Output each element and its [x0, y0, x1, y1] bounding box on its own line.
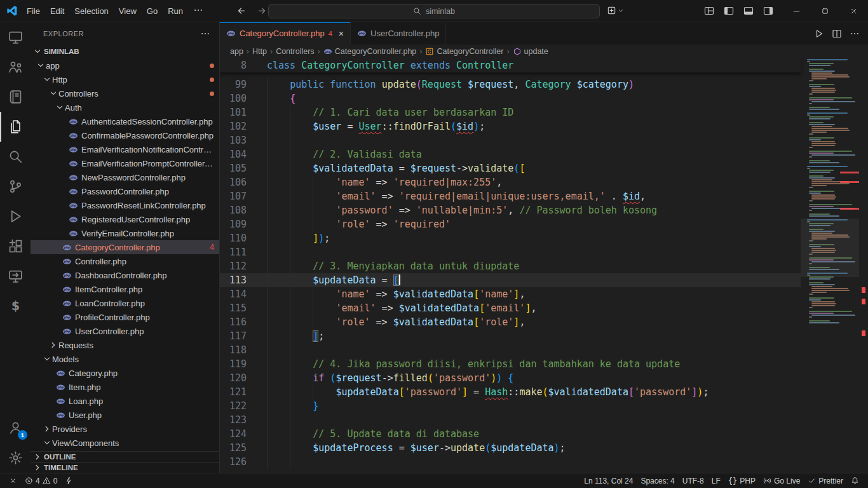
toggle-secondary-sidebar-icon[interactable]	[759, 3, 777, 19]
status-prettier[interactable]: Prettier	[804, 474, 847, 488]
menu-run[interactable]: Run	[163, 4, 188, 18]
code-line-124[interactable]: 124 // 5. Update data di database	[220, 427, 801, 441]
tree-item-passwordcontroller-php[interactable]: phpPasswordController.php	[31, 184, 219, 198]
back-icon[interactable]	[236, 6, 247, 16]
tree-item-view-components[interactable]: View\Components	[31, 436, 219, 450]
tree-item-registeredusercontroller-php[interactable]: phpRegisteredUserController.php	[31, 212, 219, 226]
code-line-101[interactable]: 101 // 1. Cari data user berdasarkan ID	[220, 105, 801, 119]
minimap[interactable]	[801, 58, 859, 473]
status-language-mode[interactable]: {}PHP	[724, 474, 759, 488]
status-remote-indicator[interactable]	[5, 474, 21, 488]
tree-item-http[interactable]: Http	[31, 72, 219, 86]
code-line-108[interactable]: 108 'password' => 'nullable|min:5', // P…	[220, 203, 801, 217]
code-line-126[interactable]: 126	[220, 455, 801, 469]
tree-item-confirmablepasswordcontroller-php[interactable]: phpConfirmablePasswordController.php	[31, 128, 219, 142]
activity-explorer-icon[interactable]	[0, 112, 31, 142]
tab-categorycontroller-php[interactable]: phpCategoryController.php4×	[220, 22, 351, 44]
panel-outline[interactable]: OUTLINE	[31, 451, 219, 462]
activity-extensions-icon[interactable]	[0, 231, 31, 261]
new-window-control[interactable]	[607, 6, 625, 15]
status-problems[interactable]: 40	[21, 474, 61, 488]
code-line-107[interactable]: 107 'email' => 'required|email|unique:us…	[220, 189, 801, 203]
split-editor-icon[interactable]	[829, 25, 845, 42]
code-line-120[interactable]: 120 if ($request->filled('password')) {	[220, 371, 801, 385]
status-encoding[interactable]: UTF-8	[679, 474, 708, 488]
activity-remote-window-icon[interactable]	[0, 22, 31, 52]
workspace-section-header[interactable]: SIMINLAB	[31, 44, 219, 58]
status-notifications-bell[interactable]	[847, 474, 863, 488]
sticky-line[interactable]: 8class CategoryController extends Contro…	[220, 58, 513, 72]
activity-accounts-organization-icon[interactable]	[0, 52, 31, 82]
tree-item-passwordresetlinkcontroller-php[interactable]: phpPasswordResetLinkController.php	[31, 198, 219, 212]
activity-settings-gear-icon[interactable]	[0, 443, 31, 473]
breadcrumb-categorycontroller[interactable]: CategoryController	[425, 47, 503, 56]
code-line-113[interactable]: 113 $updateData = [	[220, 273, 801, 287]
tree-item-usercontroller-php[interactable]: phpUserController.php	[31, 324, 219, 338]
code-line-114[interactable]: 114 'name' => $validatedData['name'],	[220, 287, 801, 301]
customize-layout-icon[interactable]	[700, 3, 718, 19]
run-file-icon[interactable]	[811, 25, 827, 42]
status-eol-selector[interactable]: LF	[708, 474, 724, 488]
code-line-109[interactable]: 109 'role' => 'required'	[220, 217, 801, 231]
tab-usercontroller-php[interactable]: phpUserController.php	[351, 22, 446, 44]
menu-edit[interactable]: Edit	[45, 4, 69, 18]
code-line-115[interactable]: 115 'email' => $validatedData['email'],	[220, 301, 801, 315]
status-debug-listener[interactable]	[61, 474, 77, 488]
code-line-100[interactable]: 100 {	[220, 92, 801, 105]
breadcrumb-http[interactable]: Http	[252, 47, 267, 56]
tree-item-item-php[interactable]: phpItem.php	[31, 380, 219, 394]
breadcrumb-app[interactable]: app	[230, 47, 243, 56]
activity-run-debug-icon[interactable]	[0, 201, 31, 231]
status-go-live[interactable]: Go Live	[759, 474, 804, 488]
forward-icon[interactable]	[257, 6, 267, 16]
menu-view[interactable]: View	[114, 4, 142, 18]
activity-search-icon[interactable]	[0, 142, 31, 172]
new-window-icon[interactable]	[607, 6, 616, 15]
code-line-99[interactable]: 99 public function update(Request $reque…	[220, 78, 801, 92]
activity-remote-explorer-icon[interactable]	[0, 261, 31, 291]
tree-item-app[interactable]: app	[31, 58, 219, 72]
menu-selection[interactable]: Selection	[69, 4, 113, 18]
panel-timeline[interactable]: TIMELINE	[31, 462, 219, 473]
breadcrumb-update[interactable]: update	[513, 47, 548, 56]
maximize-icon[interactable]	[811, 0, 839, 22]
code-line-123[interactable]: 123	[220, 413, 801, 427]
sticky-scroll-header[interactable]: 8class CategoryController extends Contro…	[220, 58, 801, 72]
code-line-104[interactable]: 104 // 2. Validasi data	[220, 147, 801, 161]
close-icon[interactable]: ×	[339, 29, 344, 38]
tree-item-authenticatedsessioncontroller-php[interactable]: phpAuthenticatedSessionController.php	[31, 114, 219, 128]
activity-dollar-extension-icon[interactable]: $	[0, 291, 31, 321]
tree-item-emailverificationpromptcontroller-php[interactable]: phpEmailVerificationPromptController.php	[31, 156, 219, 170]
tree-item-itemcontroller-php[interactable]: phpItemController.php	[31, 282, 219, 296]
code-line-106[interactable]: 106 'name' => 'required|max:255',	[220, 175, 801, 189]
code-line-119[interactable]: 119 // 4. Jika password diisi, enkripsi …	[220, 357, 801, 371]
overview-ruler[interactable]	[859, 58, 868, 473]
tree-item-newpasswordcontroller-php[interactable]: phpNewPasswordController.php	[31, 170, 219, 184]
code-line-103[interactable]: 103	[220, 133, 801, 147]
tree-item-user-php[interactable]: phpUser.php	[31, 408, 219, 422]
breadcrumb-categorycontroller-php[interactable]: phpCategoryController.php	[323, 47, 417, 56]
code-line-125[interactable]: 125 $updateProcess = $user->update($upda…	[220, 441, 801, 455]
tree-item-controller-php[interactable]: phpController.php	[31, 254, 219, 268]
menu-file[interactable]: File	[22, 4, 45, 18]
tree-item-dashboardcontroller-php[interactable]: phpDashboardController.php	[31, 268, 219, 282]
activity-source-control-icon[interactable]	[0, 172, 31, 201]
code-line-116[interactable]: 116 'role' => $validatedData['role'],	[220, 315, 801, 329]
code-line-122[interactable]: 122 }	[220, 399, 801, 413]
tree-item-emailverificationnotificationcontroller-php[interactable]: phpEmailVerificationNotificationControll…	[31, 142, 219, 156]
more-actions-icon[interactable]	[200, 29, 210, 39]
toggle-panel-icon[interactable]	[739, 3, 757, 19]
close-icon[interactable]	[839, 0, 868, 22]
tree-item-loancontroller-php[interactable]: phpLoanController.php	[31, 296, 219, 310]
status-indentation[interactable]: Spaces: 4	[637, 474, 678, 488]
more-actions-icon[interactable]	[846, 25, 863, 42]
menu-go[interactable]: Go	[142, 4, 163, 18]
activity-docs-book-icon[interactable]	[0, 82, 31, 112]
code-line-111[interactable]: 111	[220, 245, 801, 259]
tree-item-controllers[interactable]: Controllers	[31, 86, 219, 100]
tree-item-profilecontroller-php[interactable]: phpProfileController.php	[31, 310, 219, 324]
menu-overflow[interactable]	[188, 3, 208, 19]
code-lines[interactable]: 99 public function update(Request $reque…	[220, 58, 801, 473]
code-line-102[interactable]: 102 $user = User::findOrFail($id);	[220, 119, 801, 133]
code-line-121[interactable]: 121 $updateData['password'] = Hash::make…	[220, 385, 801, 399]
